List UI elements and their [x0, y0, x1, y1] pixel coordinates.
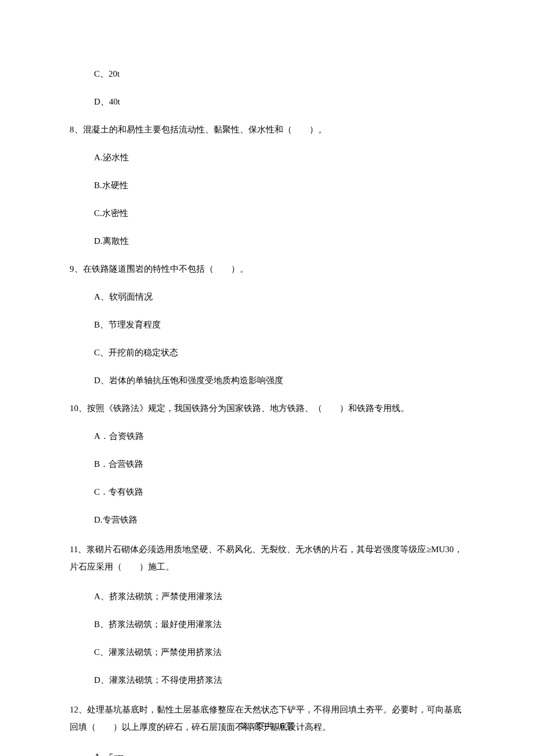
q8-option-b: B.水硬性: [70, 178, 464, 192]
q9-option-a: A、软弱面情况: [70, 290, 464, 304]
q11-stem: 11、浆砌片石砌体必须选用质地坚硬、不易风化、无裂纹、无水锈的片石，其母岩强度等…: [70, 541, 464, 575]
q10-option-a: A．合资铁路: [70, 429, 464, 443]
q10-option-d: D.专营铁路: [70, 513, 464, 527]
q10-option-c: C．专有铁路: [70, 485, 464, 499]
q11-option-c: C、灌浆法砌筑；严禁使用挤浆法: [70, 645, 464, 659]
q9-option-c: C、开挖前的稳定状态: [70, 345, 464, 359]
q11-option-a: A、挤浆法砌筑；严禁使用灌浆法: [70, 589, 464, 603]
q8-stem: 8、混凝土的和易性主要包括流动性、黏聚性、保水性和（ ）。: [70, 123, 464, 136]
q9-option-d: D、岩体的单轴抗压饱和强度受地质构造影响强度: [70, 373, 464, 387]
q12-option-a: A、5cm: [70, 750, 464, 756]
q8-option-d: D.离散性: [70, 234, 464, 248]
q10-option-b: B．合营铁路: [70, 457, 464, 471]
q10-stem: 10、按照《铁路法》规定，我国铁路分为国家铁路、地方铁路、（ ）和铁路专用线。: [70, 401, 464, 415]
q9-stem: 9、在铁路隧道围岩的特性中不包括（ ）。: [70, 262, 464, 276]
q9-option-b: B、节理发育程度: [70, 318, 464, 332]
page-footer: 第 3 页 共 16 页: [0, 720, 534, 733]
q8-option-c: C.水密性: [70, 206, 464, 220]
q11-option-b: B、挤浆法砌筑；最好使用灌浆法: [70, 617, 464, 631]
q7-option-d: D、40t: [70, 95, 464, 109]
q11-option-d: D、灌浆法砌筑；不得使用挤浆法: [70, 673, 464, 687]
page-content: C、20t D、40t 8、混凝土的和易性主要包括流动性、黏聚性、保水性和（ ）…: [0, 0, 534, 756]
q8-option-a: A.泌水性: [70, 150, 464, 164]
q7-option-c: C、20t: [70, 67, 464, 81]
